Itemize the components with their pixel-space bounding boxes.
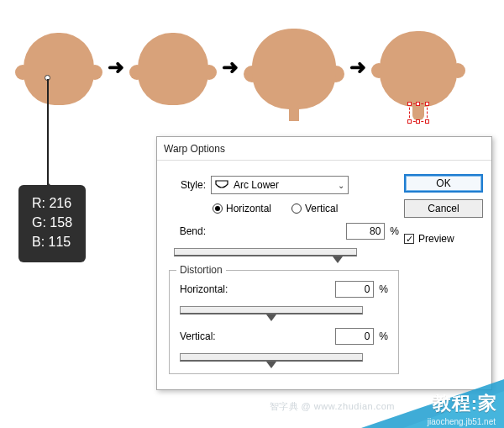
pointer-line	[47, 79, 49, 192]
arrow-icon: ➜	[106, 55, 126, 79]
color-r: R: 216	[32, 193, 72, 213]
style-value: Arc Lower	[234, 179, 279, 191]
tutorial-heads-row: ➜ ➜ ➜	[0, 25, 504, 109]
bend-input[interactable]: 80	[346, 223, 385, 240]
orientation-horizontal-radio[interactable]: Horizontal	[213, 203, 271, 214]
arrow-icon: ➜	[348, 55, 368, 79]
slider-thumb-icon[interactable]	[266, 362, 276, 368]
distortion-horizontal-input[interactable]: 0	[335, 281, 374, 298]
watermark-brand: 教程:家	[433, 391, 497, 416]
color-values-tooltip: R: 216 G: 158 B: 115	[18, 185, 86, 262]
cancel-button[interactable]: Cancel	[404, 199, 483, 218]
selection-handle	[407, 119, 412, 124]
selection-handle	[425, 102, 429, 106]
style-select[interactable]: Arc Lower ⌄	[211, 176, 349, 194]
neck-rect	[289, 106, 299, 121]
radio-icon	[291, 203, 302, 214]
slider-thumb-icon[interactable]	[266, 314, 276, 321]
distortion-group: Distortion Horizontal: 0 % Vertical: 0	[169, 270, 399, 374]
watermark-url: jiaocheng.jb51.net	[428, 417, 496, 426]
radio-label: Vertical	[305, 203, 338, 214]
color-g: G: 158	[32, 213, 72, 232]
selection-handle	[407, 102, 412, 106]
dialog-titlebar[interactable]: Warp Options	[157, 137, 491, 161]
distortion-vertical-input[interactable]: 0	[335, 328, 374, 345]
percent-label: %	[390, 225, 399, 237]
arrow-icon: ➜	[220, 55, 240, 79]
selection-handle	[416, 102, 420, 106]
slider-thumb-icon[interactable]	[333, 256, 343, 263]
dialog-main-column: Style: Arc Lower ⌄ Horizontal Vertical	[165, 166, 399, 374]
head-step-2	[131, 29, 215, 105]
chevron-down-icon: ⌄	[338, 181, 344, 190]
selection-handle	[416, 119, 420, 124]
scalp	[24, 33, 94, 105]
preview-label: Preview	[418, 233, 454, 245]
ok-button[interactable]: OK	[404, 174, 483, 193]
head-step-3	[245, 25, 343, 109]
color-b: B: 115	[32, 232, 72, 251]
selection-handle	[425, 119, 429, 124]
site-watermark: 教程:家 jiaocheng.jb51.net	[344, 369, 504, 428]
distortion-group-label: Distortion	[176, 264, 226, 276]
dialog-body: Style: Arc Lower ⌄ Horizontal Vertical	[157, 161, 491, 389]
distortion-horizontal-label: Horizontal:	[180, 283, 239, 295]
arc-lower-icon	[215, 180, 228, 190]
warp-options-dialog: Warp Options Style: Arc Lower ⌄ Horizont…	[156, 136, 492, 390]
bend-label: Bend:	[165, 225, 211, 237]
checkbox-icon: ✓	[404, 234, 414, 244]
percent-label: %	[379, 330, 388, 342]
dialog-button-column: OK Cancel ✓ Preview	[404, 166, 483, 374]
percent-label: %	[379, 283, 388, 295]
head-step-4	[373, 28, 464, 107]
orientation-vertical-radio[interactable]: Vertical	[291, 203, 338, 214]
head-step-1	[17, 29, 101, 105]
style-label: Style:	[165, 179, 211, 191]
radio-label: Horizontal	[226, 203, 271, 214]
selection-box	[409, 103, 428, 122]
radio-icon	[213, 203, 223, 214]
distortion-vertical-slider[interactable]	[180, 353, 363, 362]
preview-checkbox[interactable]: ✓ Preview	[404, 233, 483, 245]
distortion-horizontal-slider[interactable]	[180, 306, 363, 314]
bend-slider[interactable]	[174, 248, 357, 256]
dialog-title: Warp Options	[164, 143, 225, 155]
distortion-vertical-label: Vertical:	[180, 330, 239, 342]
